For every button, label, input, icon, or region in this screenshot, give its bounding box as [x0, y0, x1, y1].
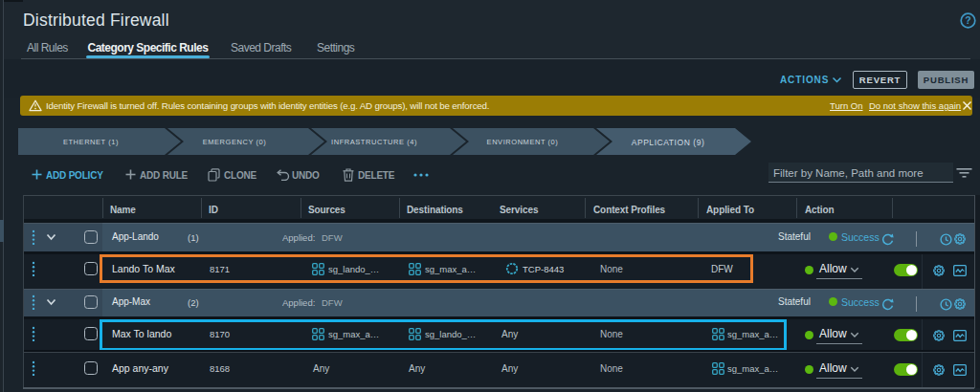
svg-text:?: ?	[965, 14, 970, 26]
